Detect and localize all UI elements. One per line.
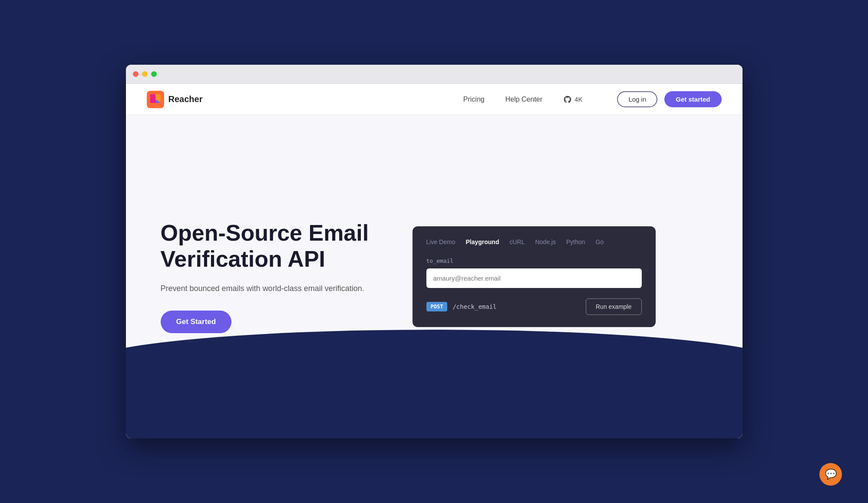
page-content: Reacher Pricing Help Center 4K Log in Ge… [126,84,743,438]
github-icon [563,95,572,104]
email-label: to_email [426,258,642,264]
tab-curl[interactable]: cURL [509,238,525,245]
traffic-lights [133,71,157,77]
browser-window: Reacher Pricing Help Center 4K Log in Ge… [126,65,743,438]
endpoint-text: /check_email [452,303,496,310]
nav-help-center[interactable]: Help Center [505,96,542,103]
logo-area[interactable]: Reacher [147,91,203,108]
hero-title: Open-Source Email Verification API [161,220,386,272]
minimize-button[interactable] [142,71,148,77]
hero-section: Open-Source Email Verification API Preve… [126,115,743,438]
email-input[interactable] [426,268,642,288]
run-example-button[interactable]: Run example [586,298,642,315]
maximize-button[interactable] [151,71,157,77]
hero-text: Open-Source Email Verification API Preve… [161,220,386,333]
demo-tabs: Live Demo Playground cURL Node.js Python… [426,238,642,245]
tab-go[interactable]: Go [596,238,604,245]
chat-button[interactable]: 💬 [819,463,842,486]
github-badge[interactable]: 4K [563,95,582,104]
logo-name: Reacher [168,94,203,104]
nav-actions: Log in Get started [617,91,721,107]
nav-links: Pricing Help Center 4K [463,95,583,104]
close-button[interactable] [133,71,139,77]
login-button[interactable]: Log in [617,91,657,107]
tab-python[interactable]: Python [566,238,585,245]
method-badge: POST [426,302,448,311]
tab-playground[interactable]: Playground [465,238,499,245]
logo-icon [147,91,164,108]
get-started-hero-button[interactable]: Get Started [161,311,232,333]
title-bar [126,65,743,84]
demo-card: Live Demo Playground cURL Node.js Python… [413,226,656,327]
demo-footer: POST /check_email Run example [426,298,642,315]
tab-nodejs[interactable]: Node.js [535,238,555,245]
chat-icon: 💬 [825,469,837,480]
post-badge-area: POST /check_email [426,302,497,311]
navbar: Reacher Pricing Help Center 4K Log in Ge… [126,84,743,115]
github-count: 4K [574,96,582,103]
nav-pricing[interactable]: Pricing [463,96,485,103]
get-started-nav-button[interactable]: Get started [664,91,721,107]
email-form-group: to_email [426,258,642,288]
hero-subtitle: Prevent bounced emails with world-class … [161,282,386,295]
tab-live-demo[interactable]: Live Demo [426,238,455,245]
